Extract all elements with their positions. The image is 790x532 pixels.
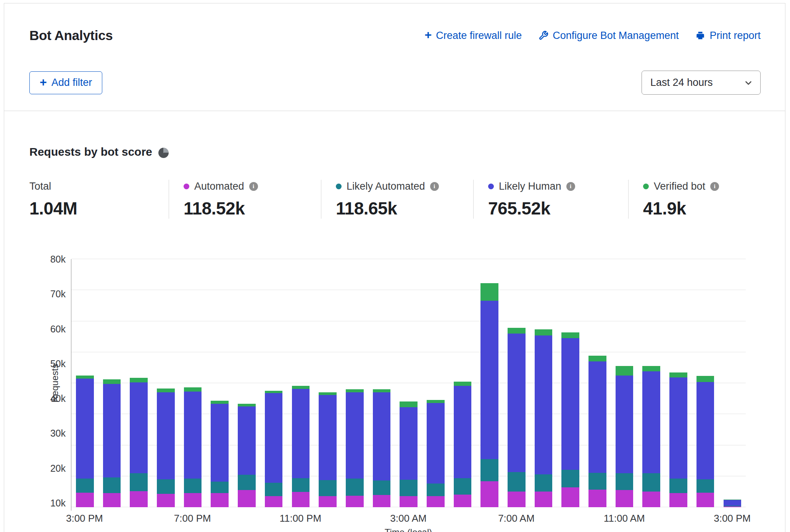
bar-segment [346,479,364,496]
print-report-link[interactable]: Print report [695,30,761,42]
bar-slot-10[interactable] [341,259,368,507]
info-icon[interactable]: i [566,182,575,191]
bar-slot-0[interactable] [71,259,98,507]
info-icon[interactable]: i [430,182,439,191]
bar-slot-18[interactable] [557,259,584,507]
bar-segment [616,376,634,473]
bar-slot-17[interactable] [530,259,557,507]
bar-slot-2[interactable] [125,259,152,507]
bar-segment [696,493,714,507]
bar-segment [238,404,256,406]
x-axis-tick-label [530,510,557,526]
bar-slot-12[interactable] [395,259,422,507]
bar-segment [400,480,418,496]
bar-segment [508,492,526,507]
bar-segment [400,496,418,507]
bar-slot-7[interactable] [260,259,287,507]
bar-slot-9[interactable] [314,259,341,507]
configure-bot-management-label: Configure Bot Management [553,30,679,42]
bar-segment [292,386,310,389]
x-axis-tick-label: 11:00 AM [611,510,638,526]
bar-segment [292,389,310,478]
bar-segment [561,470,579,487]
create-firewall-rule-label: Create firewall rule [436,30,522,42]
bar-segment [211,493,229,507]
requests-by-bot-score-chart: Requests 010k20k30k40k50k60k70k80k 3:00 … [29,259,761,532]
bar-slot-14[interactable] [449,259,476,507]
bar-slot-21[interactable] [638,259,665,507]
bar-slot-11[interactable] [368,259,395,507]
x-axis-tick-label: 7:00 AM [503,510,530,526]
stat-total: Total 1.04M [29,180,169,219]
bar-slot-20[interactable] [611,259,638,507]
bar-slot-6[interactable] [233,259,260,507]
add-filter-label: Add filter [52,77,92,89]
bar-segment [427,403,445,484]
bar-segment [319,480,337,496]
bar-segment [319,395,337,480]
bar-segment [373,392,391,480]
x-axis-tick-label [314,510,341,526]
bar-segment [292,478,310,492]
bar-slot-5[interactable] [206,259,233,507]
bar-segment [561,487,579,507]
x-axis-tick-label [98,510,125,526]
create-firewall-rule-link[interactable]: + Create firewall rule [424,29,522,42]
bar-segment [130,378,148,382]
bar-segment [561,332,579,338]
x-axis-tick-label [449,510,476,526]
x-axis-tick-label: 3:00 AM [395,510,422,526]
bar-segment [400,407,418,479]
y-axis-tick-label: 20k [50,463,66,474]
bar-slot-22[interactable] [665,259,692,507]
bar-slot-3[interactable] [152,259,179,507]
bar-segment [211,482,229,493]
bar-segment [103,384,121,477]
bar-slot-15[interactable] [476,259,503,507]
automated-legend-dot [184,184,189,189]
bar-segment [130,382,148,473]
info-icon[interactable]: i [710,182,719,191]
bar-segment [319,392,337,395]
bar-segment [157,479,175,494]
bar-segment [346,392,364,479]
bar-slot-24[interactable] [719,259,746,507]
time-range-select[interactable]: Last 24 hours [642,71,761,95]
bar-segment [535,474,553,492]
bar-segment [211,401,229,404]
bar-segment [238,406,256,475]
bar-slot-16[interactable] [503,259,530,507]
bar-slot-19[interactable] [584,259,611,507]
bar-segment [588,356,606,361]
bar-slot-23[interactable] [692,259,719,507]
configure-bot-management-link[interactable]: Configure Bot Management [538,30,679,42]
bar-segment [588,361,606,473]
y-axis-tick-label: 30k [50,428,66,439]
bar-segment [373,480,391,495]
bar-slot-4[interactable] [179,259,206,507]
bar-segment [724,506,742,507]
add-filter-button[interactable]: + Add filter [29,71,102,94]
bar-slot-8[interactable] [287,259,314,507]
bar-segment [696,376,714,382]
bar-segment [454,386,472,478]
info-icon[interactable]: i [249,182,258,191]
bar-segment [454,495,472,507]
x-axis-tick-label: 11:00 PM [287,510,314,526]
bar-segment [427,400,445,403]
bar-segment [669,479,687,493]
bar-segment [184,493,202,507]
bar-segment [535,492,553,507]
section-title: Requests by bot score [29,145,152,158]
x-axis: 3:00 PM7:00 PM11:00 PM3:00 AM7:00 AM11:0… [71,510,746,526]
print-report-label: Print report [709,30,761,42]
plus-icon: + [424,29,432,41]
bar-segment [157,494,175,507]
bar-segment [642,492,660,507]
bar-segment [130,491,148,507]
bar-segment [642,473,660,492]
bar-slot-1[interactable] [98,259,126,507]
bar-slot-13[interactable] [422,259,449,507]
bar-segment [157,392,175,479]
bar-segment [480,481,498,507]
